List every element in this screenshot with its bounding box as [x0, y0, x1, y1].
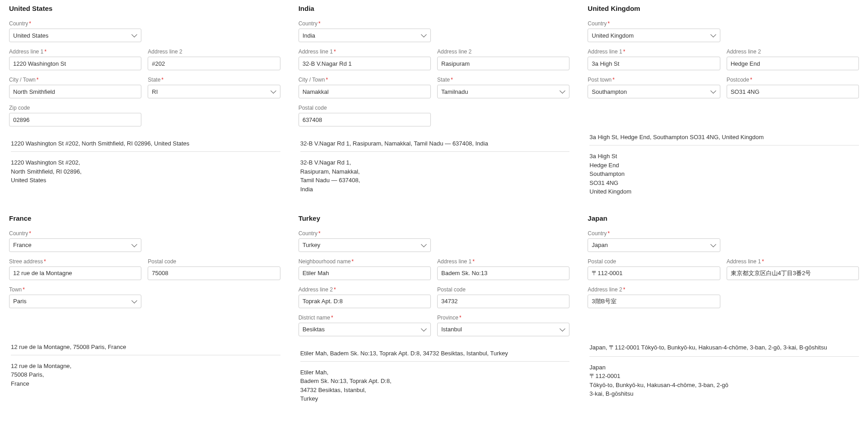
city-input[interactable]: North Smithfield — [9, 85, 141, 98]
section-uk: United Kingdom Country* United Kingdom A… — [588, 5, 859, 196]
summary-single: 3a High St, Hedge End, Southampton SO31 … — [589, 134, 859, 140]
street-label: Stree address* — [9, 258, 141, 265]
country-label: Country* — [9, 20, 141, 27]
addr2-input[interactable]: Rasipuram — [437, 57, 569, 70]
summary-single: 32-B V.Nagar Rd 1, Rasipuram, Namakkal, … — [300, 140, 570, 147]
country-label: Country* — [299, 230, 431, 237]
city-label: City / Town* — [299, 77, 431, 83]
summary-multi: 1220 Washington St #202, North Smithfiel… — [11, 158, 280, 185]
summary-multi: Etiler Mah, Badem Sk. No:13, Toprak Apt.… — [300, 368, 570, 403]
neighbourhood-input[interactable]: Etiler Mah — [299, 266, 431, 280]
neighbourhood-label: Neighbourhood name* — [299, 258, 431, 265]
postal-input[interactable]: 〒112-0001 — [588, 266, 720, 280]
addr1-label: Address line 1* — [588, 48, 720, 55]
addr2-input[interactable]: Toprak Apt. D:8 — [299, 295, 431, 308]
postcode-input[interactable]: SO31 4NG — [727, 85, 859, 98]
town-label: Town* — [9, 286, 141, 293]
town-select[interactable]: Paris — [9, 295, 141, 308]
addr2-input[interactable]: #202 — [148, 57, 280, 70]
summary-divider — [589, 356, 859, 357]
addr1-input[interactable]: Badem Sk. No:13 — [437, 266, 569, 280]
addr2-label: Address line 2* — [299, 286, 431, 293]
addr1-label: Address line 1* — [437, 258, 569, 265]
country-select[interactable]: Japan — [588, 238, 720, 252]
addr1-label: Address line 1* — [727, 258, 859, 265]
section-jp: Japan Country* Japan Postal code 〒112-00… — [588, 214, 859, 403]
street-input[interactable]: 12 rue de la Montagne — [9, 266, 141, 280]
addr2-label: Address line 2* — [588, 286, 720, 293]
addr2-label: Address line 2 — [437, 48, 569, 55]
addr1-input[interactable]: 3a High St — [588, 57, 720, 70]
summary-single: Etiler Mah, Badem Sk. No:13, Toprak Apt.… — [300, 350, 570, 357]
summary-divider — [11, 151, 280, 152]
summary-divider — [300, 361, 570, 362]
section-title: Turkey — [299, 214, 570, 222]
district-select[interactable]: Besiktas — [299, 323, 431, 336]
summary-single: Japan, 〒112-0001 Tōkyō-to, Bunkyō-ku, Ha… — [589, 344, 859, 352]
country-label: Country* — [588, 20, 720, 27]
postal-input[interactable]: 75008 — [148, 266, 280, 280]
section-title: India — [299, 5, 570, 12]
zip-label: Zip code — [9, 105, 141, 111]
summary-multi: 12 rue de la Montagne, 75008 Paris, Fran… — [11, 362, 280, 388]
summary-single: 12 rue de la Montagne, 75008 Paris, Fran… — [11, 344, 280, 350]
section-title: United States — [9, 5, 280, 12]
postal-label: Postal code — [299, 105, 431, 111]
country-select[interactable]: United Kingdom — [588, 29, 720, 42]
addr2-label: Address line 2 — [148, 48, 280, 55]
addr1-input[interactable]: 1220 Washington St — [9, 57, 141, 70]
postal-input[interactable]: 34732 — [437, 295, 569, 308]
postal-label: Postal code — [437, 286, 569, 293]
posttown-select[interactable]: Southampton — [588, 85, 720, 98]
summary-multi: Japan 〒112-0001 Tōkyō-to, Bunkyō-ku, Hak… — [589, 363, 859, 398]
state-select[interactable]: Tamilnadu — [437, 85, 569, 98]
addr2-label: Address line 2 — [727, 48, 859, 55]
province-label: Province* — [437, 315, 569, 321]
addr1-label: Address line 1* — [299, 48, 431, 55]
section-title: United Kingdom — [588, 5, 859, 12]
city-label: City / Town* — [9, 77, 141, 83]
addr2-input[interactable]: 3階B号室 — [588, 295, 720, 308]
summary-divider — [300, 151, 570, 152]
section-tr: Turkey Country* Turkey Neighbourhood nam… — [299, 214, 570, 403]
province-select[interactable]: Istanbul — [437, 323, 569, 336]
addr1-input[interactable]: 東京都文京区白山4丁目3番2号 — [727, 266, 859, 280]
addr1-input[interactable]: 32-B V.Nagar Rd 1 — [299, 57, 431, 70]
country-label: Country* — [588, 230, 720, 237]
district-label: District name* — [299, 315, 431, 321]
country-label: Country* — [9, 230, 141, 237]
country-label: Country* — [299, 20, 431, 27]
state-label: State* — [437, 77, 569, 83]
city-input[interactable]: Namakkal — [299, 85, 431, 98]
country-select[interactable]: Turkey — [299, 238, 431, 252]
summary-multi: 3a High St Hedge End Southampton SO31 4N… — [589, 152, 859, 196]
zip-input[interactable]: 02896 — [9, 113, 141, 126]
section-in: India Country* India Address line 1* 32-… — [299, 5, 570, 196]
country-select[interactable]: India — [299, 29, 431, 42]
country-select[interactable]: France — [9, 238, 141, 252]
summary-single: 1220 Washington St #202, North Smithfiel… — [11, 140, 280, 147]
section-title: Japan — [588, 214, 859, 222]
state-select[interactable]: RI — [148, 85, 280, 98]
postal-label: Postal code — [588, 258, 720, 265]
country-select[interactable]: United States — [9, 29, 141, 42]
postal-input[interactable]: 637408 — [299, 113, 431, 126]
summary-divider — [589, 145, 859, 145]
section-us: United States Country* United States Add… — [9, 5, 280, 196]
posttown-label: Post town* — [588, 77, 720, 83]
addr2-input[interactable]: Hedge End — [727, 57, 859, 70]
section-title: France — [9, 214, 280, 222]
section-fr: France Country* France Stree address* 12… — [9, 214, 280, 403]
state-label: State* — [148, 77, 280, 83]
summary-multi: 32-B V.Nagar Rd 1, Rasipuram, Namakkal, … — [300, 158, 570, 194]
addr1-label: Address line 1* — [9, 48, 141, 55]
postal-label: Postal code — [148, 258, 280, 265]
postcode-label: Postcode* — [727, 77, 859, 83]
summary-divider — [11, 355, 280, 355]
